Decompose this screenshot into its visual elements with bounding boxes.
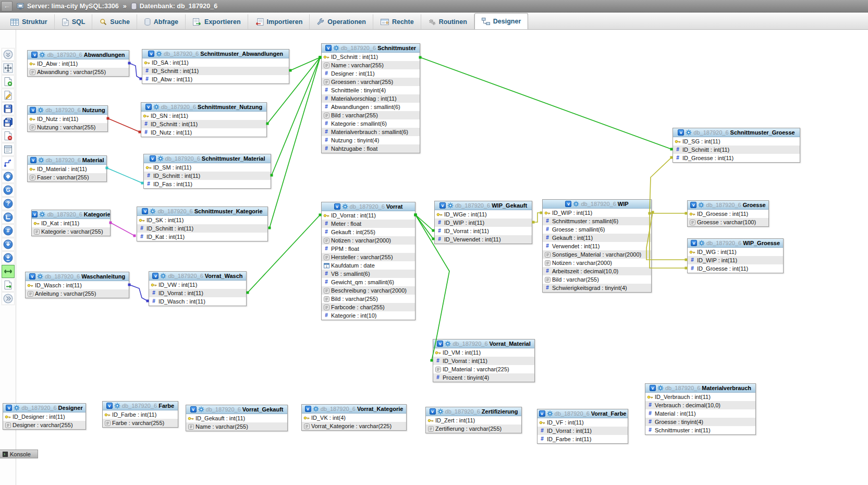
column-row[interactable]: Name : varchar(255) <box>186 422 287 431</box>
column-row[interactable]: #ID_Vorrat : int(11) <box>433 357 534 365</box>
tab-suche[interactable]: Suche <box>92 14 137 29</box>
column-row[interactable]: ID_VM : int(11) <box>433 348 534 357</box>
table-options-gear-icon[interactable] <box>573 201 579 207</box>
column-row[interactable]: ID_VW : int(11) <box>149 281 246 289</box>
table-options-gear-icon[interactable] <box>39 211 45 217</box>
column-row[interactable]: #ID_Schnitt : int(11) <box>141 120 266 128</box>
toggle-columns-icon[interactable]: v <box>650 385 656 391</box>
column-row[interactable]: #Nutzung : tinyint(4) <box>322 136 420 144</box>
column-row[interactable]: #Verbrauch : decimal(10,0) <box>645 401 755 409</box>
table-vorrat_wasch[interactable]: vdb_187920_6Vorrat_WaschID_VW : int(11)#… <box>149 271 247 306</box>
table-vorrat_farbe[interactable]: vdb_187920_6Vorrat_FarbeID_VF : int(11)#… <box>537 409 628 444</box>
toggle-columns-icon[interactable]: v <box>565 201 571 207</box>
arrow-down-icon[interactable] <box>2 238 15 251</box>
table-options-gear-icon[interactable] <box>313 406 319 412</box>
table-options-gear-icon[interactable] <box>333 45 339 51</box>
column-row[interactable]: #ID_Groesse : int(11) <box>688 264 783 273</box>
table-header[interactable]: vdb_187920_6WIP_Gekauft <box>435 201 532 210</box>
console-bar[interactable]: Konsole <box>0 450 38 458</box>
column-row[interactable]: ID_Kat : int(11) <box>32 219 110 227</box>
table-options-gear-icon[interactable] <box>39 52 45 58</box>
toggle-columns-icon[interactable]: v <box>145 104 152 110</box>
column-row[interactable]: #Nahtzugabe : float <box>322 144 420 153</box>
table-options-gear-icon[interactable] <box>699 240 705 246</box>
table-header[interactable]: vdb_187920_6Vorrat_Farbe <box>537 409 628 418</box>
column-row[interactable]: #Materialvorschlag : int(11) <box>322 94 420 103</box>
toggle-columns-icon[interactable]: v <box>142 208 148 214</box>
table-header[interactable]: vdb_187920_6Waschanleitung <box>26 272 129 281</box>
table-header[interactable]: vdb_187920_6Vorrat_Gekauft <box>186 405 287 414</box>
column-row[interactable]: Anleitung : varchar(255) <box>26 289 129 298</box>
table-material[interactable]: vdb_187920_6MaterialID_Material : int(11… <box>27 155 107 182</box>
column-row[interactable]: ID_Farbe : int(11) <box>103 410 178 419</box>
toggle-columns-icon[interactable]: v <box>439 202 446 209</box>
column-row[interactable]: Bild : varchar(255) <box>322 111 420 119</box>
column-row[interactable]: #Schwierigkeitsgrad : tinyint(4) <box>543 284 651 292</box>
toggle-columns-icon[interactable]: v <box>30 107 36 113</box>
column-row[interactable]: #Schnittmuster : int(11) <box>645 426 755 434</box>
column-row[interactable]: ID_WIP : int(11) <box>543 209 651 217</box>
save-all-icon[interactable] <box>2 116 15 129</box>
column-row[interactable]: ID_Zert : int(11) <box>426 416 521 425</box>
column-row[interactable]: #ID_Vorrat : int(11) <box>149 289 246 297</box>
column-row[interactable]: #ID_Schnitt : int(11) <box>144 172 271 180</box>
table-options-gear-icon[interactable] <box>157 155 164 162</box>
edit-icon[interactable] <box>2 89 15 102</box>
table-kategorie[interactable]: vdb_187920_6KategorieID_Kat : int(11)Kat… <box>31 210 111 236</box>
table-options-gear-icon[interactable] <box>657 385 664 391</box>
table-options-gear-icon[interactable] <box>156 51 162 57</box>
toggle-columns-icon[interactable]: v <box>691 240 697 246</box>
column-row[interactable]: ID_SA : int(11) <box>142 58 289 67</box>
table-options-gear-icon[interactable] <box>38 107 44 113</box>
toggle-columns-icon[interactable]: v <box>150 155 156 162</box>
table-header[interactable]: vdb_187920_6Vorrat_Material <box>433 340 534 348</box>
column-row[interactable]: Nutzung : varchar(255) <box>28 123 107 131</box>
column-row[interactable]: Farbcode : char(255) <box>322 303 415 311</box>
toggle-columns-icon[interactable]: v <box>152 273 158 279</box>
column-row[interactable]: Groessen : varchar(255) <box>322 78 420 86</box>
toggle-columns-icon[interactable]: v <box>325 45 332 51</box>
column-row[interactable]: #Schnittmuster : smallint(6) <box>543 217 651 225</box>
column-row[interactable]: #ID_Schnitt : int(11) <box>673 146 800 154</box>
toggle-columns-icon[interactable]: v <box>334 203 340 210</box>
save-icon[interactable] <box>2 102 15 115</box>
table-header[interactable]: vdb_187920_6Farbe <box>103 402 178 410</box>
arrow-down-bar-icon[interactable] <box>2 251 15 264</box>
column-row[interactable]: #ID_Verwendet : int(11) <box>435 235 532 244</box>
expand-right-icon[interactable] <box>2 292 15 305</box>
table-header[interactable]: vdb_187920_6Schnittmuster_Abwandlungen <box>142 50 289 58</box>
toggle-columns-icon[interactable]: v <box>437 341 443 347</box>
table-header[interactable]: vdb_187920_6Groesse <box>688 201 768 210</box>
column-row[interactable]: #ID_Farbe : int(11) <box>537 435 628 443</box>
table-list-icon[interactable] <box>2 143 15 156</box>
table-schnittmuster_kategorie[interactable]: vdb_187920_6Schnittmuster_KategorieID_SK… <box>137 207 268 241</box>
column-row[interactable]: ID_WG : int(11) <box>688 248 783 256</box>
table-wip_groesse[interactable]: vdb_187920_6WIP_GroesseID_WG : int(11)#I… <box>687 238 784 273</box>
table-header[interactable]: vdb_187920_6Vorrat_Wasch <box>149 272 246 281</box>
tab-struktur[interactable]: Struktur <box>3 14 55 29</box>
snap-icon[interactable] <box>2 170 15 183</box>
angle-icon[interactable] <box>2 211 15 224</box>
column-row[interactable]: #ID_Vorrat : int(11) <box>537 427 628 435</box>
column-row[interactable]: #Kategorie : int(10) <box>322 311 415 320</box>
column-row[interactable]: ID_WGe : int(11) <box>435 210 532 219</box>
table-header[interactable]: vdb_187920_6WIP <box>543 200 651 209</box>
table-options-gear-icon[interactable] <box>38 157 44 163</box>
toggle-columns-icon[interactable]: v <box>29 273 35 280</box>
column-row[interactable]: Bild : varchar(255) <box>322 295 415 303</box>
column-row[interactable]: Sonstiges_Material : varchar(2000) <box>543 250 651 259</box>
tab-designer[interactable]: Designer <box>474 13 529 29</box>
column-row[interactable]: Designer : varchar(255) <box>3 421 85 429</box>
column-row[interactable]: #Gekauft : int(255) <box>322 228 415 236</box>
column-row[interactable]: Notizen : varchar(2000) <box>322 236 415 245</box>
column-row[interactable]: Zertifierung : varchar(255) <box>426 425 521 433</box>
table-options-gear-icon[interactable] <box>160 273 166 279</box>
column-row[interactable]: #ID_Schnitt : int(11) <box>142 67 289 75</box>
column-row[interactable]: Groesse : varchar(100) <box>688 218 768 226</box>
toggle-columns-icon[interactable]: v <box>539 410 545 417</box>
table-vorrat_gekauft[interactable]: vdb_187920_6Vorrat_GekauftID_Gekauft : i… <box>186 405 288 431</box>
table-options-gear-icon[interactable] <box>14 405 20 411</box>
column-row[interactable]: #ID_Fas : int(11) <box>144 180 271 188</box>
column-row[interactable]: Bild : varchar(255) <box>543 275 651 284</box>
table-header[interactable]: vdb_187920_6Schnittmuster_Kategorie <box>137 207 267 216</box>
